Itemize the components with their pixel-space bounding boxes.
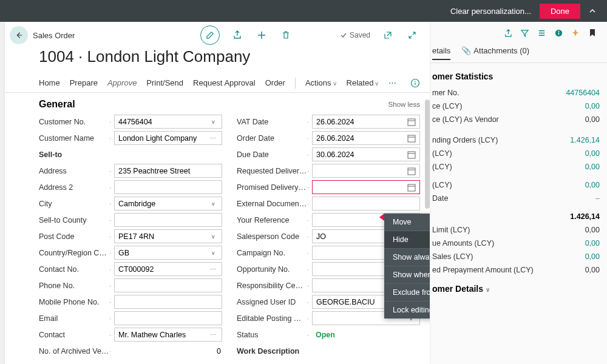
- input-order-date[interactable]: 26.06.2024: [312, 131, 420, 145]
- svg-point-1: [415, 81, 416, 82]
- svg-rect-3: [408, 135, 415, 142]
- menu-prepare[interactable]: Prepare: [70, 78, 98, 87]
- stat-customer-no: mer No.44756404: [420, 86, 607, 99]
- svg-rect-2: [408, 119, 415, 126]
- customer-details-header[interactable]: omer Details∨: [420, 277, 607, 298]
- clear-personalization-link[interactable]: Clear personalization...: [450, 7, 531, 16]
- menu-home[interactable]: Home: [39, 78, 60, 87]
- label-county: Sell-to County: [39, 216, 109, 224]
- label-work-desc: Work Description: [237, 347, 307, 356]
- calendar-icon: [407, 150, 416, 159]
- delete-button[interactable]: [279, 29, 293, 42]
- bookmark-icon: [588, 29, 597, 37]
- menu-order[interactable]: Order: [265, 78, 285, 87]
- arrow-left-icon: [15, 31, 23, 39]
- svg-rect-5: [408, 168, 415, 175]
- stat-other: (LCY)0,00: [420, 160, 607, 174]
- section-general-title: General: [39, 99, 75, 110]
- done-button[interactable]: Done: [540, 4, 580, 19]
- input-mobile[interactable]: [114, 295, 222, 309]
- input-customer-no[interactable]: 44756404∨: [114, 115, 222, 129]
- popout-icon: [383, 30, 393, 40]
- svg-rect-4: [408, 152, 415, 158]
- pin-marker-icon: [379, 214, 384, 221]
- label-campaign: Campaign No.: [237, 249, 307, 257]
- page-title: 1004 · London Light Company: [5, 45, 430, 73]
- input-due-date[interactable]: 30.06.2024: [312, 147, 420, 161]
- input-country[interactable]: GB∨: [114, 246, 222, 260]
- input-customer-name[interactable]: London Light Company⋯: [114, 131, 222, 145]
- stat-date: Date–: [420, 192, 607, 205]
- label-status: Status: [237, 331, 307, 339]
- input-postcode[interactable]: PE17 4RN∨: [114, 229, 222, 243]
- show-less-link[interactable]: Show less: [388, 101, 420, 108]
- side-bookmark-button[interactable]: [588, 28, 597, 38]
- new-button[interactable]: [255, 29, 268, 42]
- menu-actions[interactable]: Actions∨: [305, 78, 337, 87]
- ctx-move[interactable]: Move: [384, 214, 430, 231]
- personalization-bar: Clear personalization... Done: [0, 0, 607, 22]
- input-address[interactable]: 235 Peachtree Street: [114, 164, 222, 178]
- stat-sales: Sales (LCY)0,00: [420, 250, 607, 263]
- ctx-show-always[interactable]: Show always: [384, 249, 430, 266]
- side-info-button[interactable]: [554, 28, 563, 38]
- back-button[interactable]: [10, 26, 28, 44]
- stat-outstanding-orders: nding Orders (LCY)1.426,14: [420, 133, 607, 147]
- scrollbar[interactable]: [425, 99, 430, 209]
- menu-printsend[interactable]: Print/Send: [146, 78, 183, 87]
- label-sellto: Sell-to: [39, 150, 109, 159]
- personalization-context-menu: Move Hide Show always Show when collapse…: [384, 214, 430, 318]
- menu-request-approval[interactable]: Request Approval: [193, 78, 256, 87]
- stat-balance: ce (LCY)0,00: [420, 99, 607, 113]
- share-icon: [503, 29, 512, 38]
- side-list-button[interactable]: [537, 28, 546, 38]
- tab-details[interactable]: etails: [432, 46, 450, 60]
- label-req-delivery: Requested Delivery D...: [237, 167, 307, 175]
- edit-button[interactable]: [200, 25, 220, 45]
- action-menubar: Home Prepare Approve Print/Send Request …: [5, 73, 430, 93]
- ctx-hide[interactable]: Hide: [384, 231, 430, 249]
- side-share-button[interactable]: [503, 28, 512, 38]
- input-contact[interactable]: Mr. Mathew Charles⋯: [114, 328, 222, 342]
- chevron-up-icon: [589, 7, 596, 15]
- info-button[interactable]: [410, 78, 420, 88]
- label-assigned-user: Assigned User ID: [237, 298, 307, 306]
- ctx-exclude-quick-entry[interactable]: Exclude from Quick Entry: [384, 284, 430, 302]
- stat-vendor-balance: ce (LCY) As Vendor0,00: [420, 113, 607, 126]
- input-ext-doc[interactable]: [312, 197, 420, 211]
- input-contact-no[interactable]: CT000092⋯: [114, 262, 222, 276]
- menu-approve[interactable]: Approve: [107, 78, 137, 87]
- ctx-show-collapsed[interactable]: Show when collapsed: [384, 266, 430, 284]
- label-contact: Contact: [39, 331, 109, 339]
- label-due-date: Due Date: [237, 150, 307, 159]
- label-opportunity: Opportunity No.: [237, 265, 307, 274]
- popout-button[interactable]: [381, 29, 395, 42]
- input-prom-delivery[interactable]: [312, 180, 420, 194]
- label-customer-name: Customer Name: [39, 134, 109, 143]
- input-phone[interactable]: [114, 278, 222, 292]
- input-email[interactable]: [114, 311, 222, 325]
- stat-credit-limit: Limit (LCY)0,00: [420, 223, 607, 237]
- input-city[interactable]: Cambridge∨: [114, 197, 222, 211]
- input-vat-date[interactable]: 26.06.2024: [312, 115, 420, 129]
- label-posting-group: Editable Posting Group: [237, 314, 307, 323]
- ctx-lock-editing[interactable]: Lock editing: [384, 302, 430, 318]
- trash-icon: [281, 30, 291, 40]
- input-req-delivery[interactable]: [312, 164, 420, 178]
- menu-related[interactable]: Related∨: [347, 78, 379, 87]
- label-contact-no: Contact No.: [39, 265, 109, 274]
- expand-button[interactable]: [405, 29, 419, 42]
- pin-icon: [571, 29, 580, 37]
- side-filter-button[interactable]: [520, 28, 529, 38]
- topbar-chevron-button[interactable]: [584, 2, 601, 19]
- input-address2[interactable]: [114, 180, 222, 194]
- expand-icon: [407, 30, 417, 40]
- info-icon: [554, 29, 563, 38]
- side-pin-button[interactable]: [571, 28, 580, 38]
- menu-more[interactable]: ⋯: [388, 78, 396, 87]
- share-button[interactable]: [231, 29, 244, 42]
- input-county[interactable]: [114, 213, 222, 227]
- label-salesperson: Salesperson Code: [237, 232, 307, 241]
- label-address2: Address 2: [39, 183, 109, 192]
- tab-attachments[interactable]: 📎Attachments (0): [461, 46, 529, 60]
